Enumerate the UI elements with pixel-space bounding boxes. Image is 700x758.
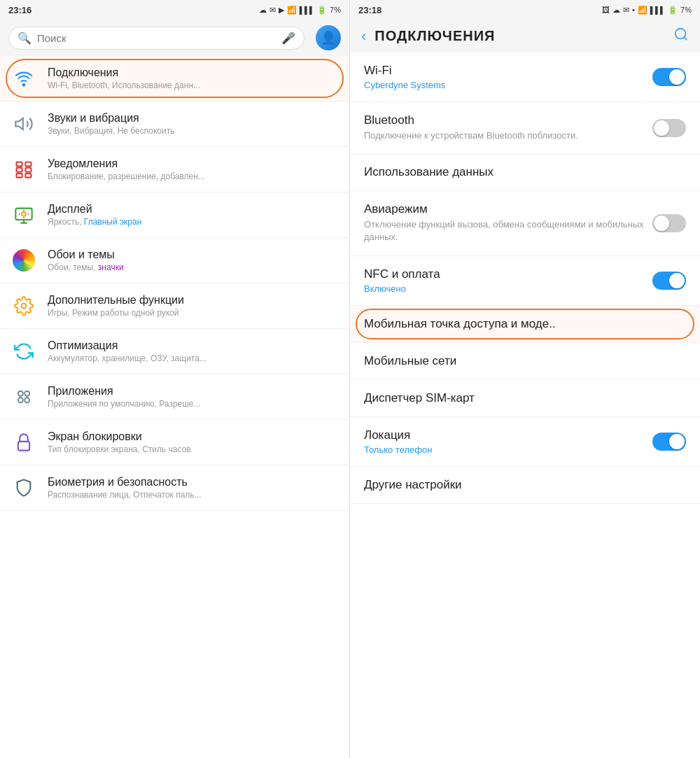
setting-mobile-networks[interactable]: Мобильные сети <box>350 343 700 380</box>
location-toggle[interactable] <box>652 433 686 451</box>
svg-rect-4 <box>25 162 31 167</box>
airplane-toggle[interactable] <box>652 214 686 232</box>
sounds-title: Звуки и вибрация <box>48 112 338 125</box>
setting-other[interactable]: Другие настройки <box>350 467 700 504</box>
dot-icon: • <box>632 6 635 14</box>
location-title: Локация <box>364 428 644 442</box>
bluetooth-title: Bluetooth <box>364 113 644 127</box>
nfc-toggle[interactable] <box>652 272 686 290</box>
mobile-networks-title: Мобильные сети <box>364 354 686 368</box>
menu-item-biometrics[interactable]: Биометрия и безопасность Распознавание л… <box>0 465 349 511</box>
display-title: Дисплей <box>48 203 338 216</box>
nfc-title: NFC и оплата <box>364 267 644 281</box>
search-button-right[interactable] <box>673 27 689 45</box>
bluetooth-toggle[interactable] <box>652 119 686 137</box>
setting-airplane[interactable]: Авиарежим Отключение функций вызова, обм… <box>350 191 700 255</box>
apps-text: Приложения Приложения по умолчанию, Разр… <box>48 385 338 409</box>
setting-data-usage[interactable]: Использование данных <box>350 154 700 191</box>
svg-point-10 <box>22 304 27 309</box>
setting-nfc[interactable]: NFC и оплата Включено <box>350 256 700 306</box>
profile-avatar[interactable]: 👤 <box>316 25 341 50</box>
battery-icon-right: 🔋 <box>668 6 678 15</box>
display-subtitle: Яркость, Главный экран <box>48 217 338 227</box>
biometrics-subtitle: Распознавание лица, Отпечаток паль... <box>48 490 338 500</box>
hotspot-text: Мобильная точка доступа и моде.. <box>364 317 686 331</box>
notifications-text: Уведомления Блокирование, разрешение, до… <box>48 157 338 181</box>
wifi-toggle[interactable] <box>652 68 686 86</box>
hotspot-title: Мобильная точка доступа и моде.. <box>364 317 686 331</box>
airplane-title: Авиарежим <box>364 202 644 216</box>
nfc-toggle-knob <box>669 273 685 288</box>
wifi-toggle-knob <box>669 69 685 85</box>
svg-point-11 <box>18 391 23 396</box>
setting-location[interactable]: Локация Только телефон <box>350 417 700 467</box>
setting-hotspot[interactable]: Мобильная точка доступа и моде.. <box>350 306 700 343</box>
sounds-subtitle: Звуки, Вибрация, Не беспокоить <box>48 126 338 136</box>
search-input[interactable] <box>37 32 276 44</box>
menu-item-advanced[interactable]: Дополнительные функции Игры, Режим работ… <box>0 283 349 329</box>
menu-item-lock-screen[interactable]: Экран блокировки Тип блокировки экрана, … <box>0 420 349 465</box>
mic-icon[interactable]: 🎤 <box>281 31 295 45</box>
sim-manager-text: Диспетчер SIM-карт <box>364 391 686 405</box>
signal-icon-right: ▌▌▌ <box>650 6 665 14</box>
wallpaper-icon <box>11 248 36 273</box>
menu-item-display[interactable]: Дисплей Яркость, Главный экран <box>0 192 349 238</box>
airplane-toggle-knob <box>654 216 669 231</box>
battery-percent-right: 7% <box>680 6 692 14</box>
setting-wifi[interactable]: Wi-Fi Cyberdyne Systems <box>350 52 700 102</box>
setting-bluetooth[interactable]: Bluetooth Подключение к устройствам Blue… <box>350 102 700 154</box>
menu-item-optimization[interactable]: Оптимизация Аккумулятор, хранилище, ОЗУ,… <box>0 329 349 374</box>
svg-point-16 <box>676 29 686 39</box>
data-usage-text: Использование данных <box>364 165 686 179</box>
menu-item-connections[interactable]: Подключения Wi-Fi, Bluetooth, Использова… <box>0 56 349 101</box>
optimization-title: Оптимизация <box>48 339 338 352</box>
airplane-subtitle: Отключение функций вызова, обмена сообще… <box>364 218 644 244</box>
menu-item-sounds[interactable]: Звуки и вибрация Звуки, Вибрация, Не бес… <box>0 101 349 147</box>
profile-icon-symbol: 👤 <box>321 30 336 45</box>
email-icon: ✉ <box>270 6 276 15</box>
wifi-icon-right: 📶 <box>638 6 648 15</box>
left-menu-list: Подключения Wi-Fi, Bluetooth, Использова… <box>0 56 349 758</box>
play-icon: ▶ <box>279 6 284 15</box>
back-button[interactable]: ‹ <box>361 27 366 45</box>
svg-point-12 <box>24 391 29 396</box>
biometrics-icon <box>11 475 36 500</box>
menu-item-notifications[interactable]: Уведомления Блокирование, разрешение, до… <box>0 147 349 192</box>
wallpaper-text: Обои и темы Обои, темы, значки <box>48 248 338 272</box>
biometrics-title: Биометрия и безопасность <box>48 476 338 489</box>
color-circle <box>13 249 35 272</box>
search-wrapper[interactable]: 🔍 🎤 <box>8 27 304 50</box>
menu-item-wallpaper[interactable]: Обои и темы Обои, темы, значки <box>0 238 349 283</box>
wallpaper-subtitle: Обои, темы, значки <box>48 262 338 272</box>
left-status-icons: ☁ ✉ ▶ 📶 ▌▌▌ 🔋 7% <box>259 6 341 15</box>
svg-point-0 <box>23 84 25 86</box>
svg-rect-7 <box>25 174 31 178</box>
left-time: 23:16 <box>8 5 31 15</box>
right-panel-title: ПОДКЛЮЧЕНИЯ <box>374 28 665 44</box>
other-text: Другие настройки <box>364 478 686 492</box>
location-text: Локация Только телефон <box>364 428 644 455</box>
notifications-icon <box>11 157 36 182</box>
lock-screen-subtitle: Тип блокировки экрана, Стиль часов <box>48 444 338 454</box>
sim-manager-title: Диспетчер SIM-карт <box>364 391 686 405</box>
bluetooth-text: Bluetooth Подключение к устройствам Blue… <box>364 113 644 142</box>
sounds-icon <box>11 111 36 136</box>
connections-title: Подключения <box>48 66 338 79</box>
right-time: 23:18 <box>358 5 382 15</box>
location-toggle-knob <box>669 434 685 449</box>
location-subtitle: Только телефон <box>364 444 644 455</box>
wifi-text: Wi-Fi Cyberdyne Systems <box>364 64 644 90</box>
connections-text: Подключения Wi-Fi, Bluetooth, Использова… <box>48 66 338 90</box>
svg-rect-15 <box>18 442 29 451</box>
wallpaper-title: Обои и темы <box>48 248 338 261</box>
other-title: Другие настройки <box>364 478 686 492</box>
right-panel: 23:18 🖼 ☁ ✉ • 📶 ▌▌▌ 🔋 7% ‹ ПОДКЛЮЧЕНИЯ W… <box>350 0 700 758</box>
menu-item-apps[interactable]: Приложения Приложения по умолчанию, Разр… <box>0 374 349 420</box>
bluetooth-toggle-knob <box>654 120 669 136</box>
lock-icon <box>11 430 36 455</box>
signal-icon: ▌▌▌ <box>300 6 314 14</box>
setting-sim-manager[interactable]: Диспетчер SIM-карт <box>350 380 700 417</box>
left-status-bar: 23:16 ☁ ✉ ▶ 📶 ▌▌▌ 🔋 7% <box>0 0 349 20</box>
notifications-title: Уведомления <box>48 157 338 170</box>
notifications-subtitle: Блокирование, разрешение, добавлен... <box>48 171 338 181</box>
